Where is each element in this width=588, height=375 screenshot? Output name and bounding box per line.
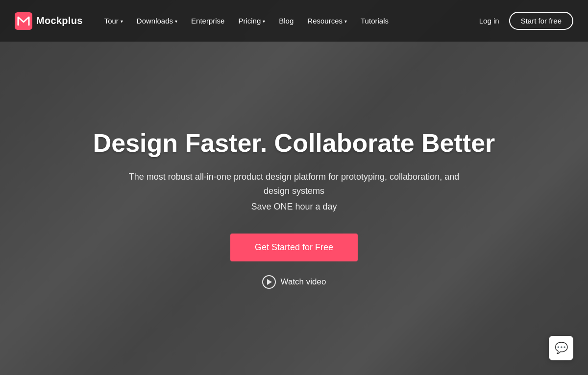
navbar: Mockplus Tour ▾ Downloads ▾ Enterprise P… (0, 0, 588, 42)
nav-link-blog[interactable]: Blog (272, 13, 300, 29)
nav-link-pricing[interactable]: Pricing ▾ (231, 13, 272, 29)
chevron-down-icon: ▾ (263, 19, 265, 24)
chevron-down-icon: ▾ (344, 19, 347, 24)
nav-item-tour: Tour ▾ (98, 13, 130, 29)
chevron-down-icon: ▾ (175, 19, 177, 24)
watch-video-button[interactable]: Watch video (262, 275, 326, 289)
nav-item-downloads: Downloads ▾ (130, 13, 184, 29)
play-icon (262, 275, 276, 289)
nav-link-enterprise[interactable]: Enterprise (184, 13, 231, 29)
nav-item-enterprise: Enterprise (184, 13, 231, 29)
play-triangle (267, 279, 272, 285)
logo-icon (15, 12, 32, 30)
start-for-free-button[interactable]: Start for free (509, 12, 573, 30)
get-started-button[interactable]: Get Started for Free (230, 234, 358, 261)
chat-icon: 💬 (555, 342, 568, 354)
nav-actions: Log in Start for free (479, 12, 573, 30)
nav-links: Tour ▾ Downloads ▾ Enterprise Pricing ▾ … (98, 13, 479, 29)
nav-link-resources[interactable]: Resources ▾ (300, 13, 354, 29)
watch-video-label: Watch video (281, 277, 326, 287)
login-button[interactable]: Log in (479, 17, 499, 25)
chat-widget[interactable]: 💬 (549, 336, 573, 360)
hero-subtitle: The most robust all-in-one product desig… (122, 170, 466, 198)
nav-link-downloads[interactable]: Downloads ▾ (130, 13, 184, 29)
hero-tagline: Save ONE hour a day (251, 202, 337, 212)
logo-text: Mockplus (36, 15, 83, 26)
logo-link[interactable]: Mockplus (15, 12, 83, 30)
nav-item-blog: Blog (272, 13, 300, 29)
nav-item-resources: Resources ▾ (300, 13, 354, 29)
nav-link-tutorials[interactable]: Tutorials (354, 13, 395, 29)
nav-item-tutorials: Tutorials (354, 13, 395, 29)
hero-title: Design Faster. Collaborate Better (93, 128, 495, 158)
nav-link-tour[interactable]: Tour ▾ (98, 13, 130, 29)
hero-section: Design Faster. Collaborate Better The mo… (0, 42, 588, 375)
nav-item-pricing: Pricing ▾ (231, 13, 272, 29)
chevron-down-icon: ▾ (121, 19, 123, 24)
